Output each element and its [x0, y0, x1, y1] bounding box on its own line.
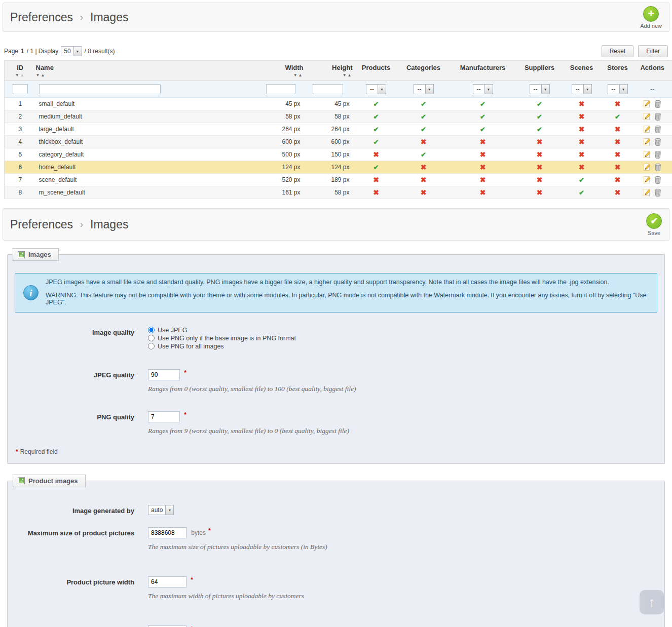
max-size-input[interactable]: [148, 527, 186, 538]
delete-trash-icon[interactable]: [654, 188, 661, 197]
edit-pencil-icon[interactable]: [643, 188, 651, 197]
chevron-down-icon: ▼: [378, 85, 386, 94]
delete-trash-icon[interactable]: [654, 125, 661, 133]
filter-input-width[interactable]: [266, 84, 295, 94]
filter-select-categories[interactable]: --▼: [414, 84, 434, 94]
max-size-label: Maximum size of product pictures: [15, 527, 134, 537]
use-png-all-label: Use PNG for all images: [158, 343, 224, 350]
disabled-cell: ✖: [603, 98, 633, 110]
yes-check-icon: ✔: [374, 164, 379, 171]
required-field-text: Required field: [20, 448, 58, 455]
breadcrumb-section[interactable]: Preferences: [10, 11, 73, 24]
edit-pencil-icon[interactable]: [643, 112, 651, 121]
filter-cell-actions: --: [633, 81, 672, 98]
picture-width-input[interactable]: [148, 576, 186, 587]
table-row[interactable]: 4thickbox_default600 px600 px✔✖✖✖✖✖: [5, 136, 672, 148]
filter-input-height[interactable]: [313, 84, 343, 94]
filter-select-stores[interactable]: --▼: [608, 84, 628, 94]
delete-trash-icon[interactable]: [654, 112, 661, 121]
edit-pencil-icon[interactable]: [643, 163, 651, 171]
filter-select-products[interactable]: --▼: [366, 84, 386, 94]
row-height: 58 px: [304, 186, 353, 199]
row-height: 150 px: [304, 148, 353, 161]
image-generated-by-select[interactable]: auto ▼: [148, 505, 174, 515]
delete-trash-icon[interactable]: [654, 176, 661, 184]
filter-cell-products: --▼: [353, 81, 400, 98]
filter-input-id[interactable]: [13, 84, 28, 94]
row-height: 264 px: [304, 123, 353, 136]
disabled-cell: ✖: [447, 174, 518, 186]
actions-cell: [633, 148, 672, 161]
edit-pencil-icon[interactable]: [643, 138, 651, 146]
radio-use-jpeg[interactable]: Use JPEG: [148, 327, 296, 334]
filter-button[interactable]: Filter: [638, 45, 668, 57]
yes-check-icon: ✔: [374, 126, 379, 133]
no-cross-icon: ✖: [537, 176, 543, 184]
row-width: 58 px: [258, 110, 304, 123]
png-quality-row: PNG quality * Ranges from 9 (worst quali…: [15, 411, 657, 435]
table-row[interactable]: 6home_default124 px124 px✔✖✖✖✖✖: [5, 161, 672, 174]
edit-pencil-icon[interactable]: [643, 150, 651, 159]
no-cross-icon: ✖: [615, 176, 621, 184]
required-asterisk: *: [191, 576, 193, 583]
actions-cell: [633, 161, 672, 174]
table-row[interactable]: 8m_scene_default161 px58 px✖✖✖✖✔✖: [5, 186, 672, 199]
use-png-all-radio[interactable]: [148, 343, 155, 349]
sort-arrows-icon[interactable]: ▼▲: [36, 73, 258, 77]
table-row[interactable]: 2medium_default58 px58 px✔✔✔✔✖✔: [5, 110, 672, 123]
no-cross-icon: ✖: [579, 150, 585, 159]
column-header-height: Height▼▲: [304, 61, 353, 81]
filter-select-manufacturers[interactable]: --▼: [473, 84, 493, 94]
images-panel-legend: Images: [13, 248, 59, 261]
breadcrumb-section[interactable]: Preferences: [10, 218, 73, 231]
display-count-value: 50: [61, 47, 73, 56]
filter-select-scenes[interactable]: --▼: [572, 84, 592, 94]
radio-use-png-all[interactable]: Use PNG for all images: [148, 343, 296, 350]
no-cross-icon: ✖: [537, 188, 543, 197]
filter-select-value: --: [414, 85, 425, 94]
images-preferences-page: Preferences › Images + Add new Page 1 / …: [0, 0, 672, 627]
sort-arrows-icon[interactable]: ▼▲: [304, 73, 353, 77]
check-circle-icon: ✔: [646, 213, 662, 229]
filter-input-name[interactable]: [39, 84, 161, 94]
no-cross-icon: ✖: [421, 176, 427, 184]
list-controls: Page 1 / 1 | Display 50 ▼ / 8 result(s) …: [4, 45, 668, 57]
delete-trash-icon[interactable]: [654, 163, 661, 171]
delete-trash-icon[interactable]: [654, 100, 661, 108]
image-quality-label: Image quality: [15, 327, 134, 336]
edit-pencil-icon[interactable]: [643, 125, 651, 133]
disabled-cell: ✖: [603, 186, 633, 199]
table-row[interactable]: 5category_default500 px150 px✖✔✖✖✖✖: [5, 148, 672, 161]
delete-trash-icon[interactable]: [654, 138, 661, 146]
no-cross-icon: ✖: [480, 188, 486, 197]
no-cross-icon: ✖: [421, 163, 427, 171]
disabled-cell: ✖: [518, 148, 561, 161]
edit-pencil-icon[interactable]: [643, 100, 651, 108]
scroll-to-top-button[interactable]: ↑: [640, 590, 664, 614]
row-name: small_default: [36, 98, 258, 110]
use-png-base-radio[interactable]: [148, 335, 155, 341]
enabled-cell: ✔: [603, 110, 633, 123]
edit-pencil-icon[interactable]: [643, 176, 651, 184]
sort-arrows-icon[interactable]: ▼▲: [5, 73, 36, 77]
delete-trash-icon[interactable]: [654, 150, 661, 159]
no-cross-icon: ✖: [579, 163, 585, 171]
breadcrumb: Preferences › Images: [10, 11, 128, 24]
table-row[interactable]: 7scene_default520 px189 px✖✖✖✖✔✖: [5, 174, 672, 186]
filter-select-suppliers[interactable]: --▼: [530, 84, 550, 94]
use-jpeg-radio[interactable]: [148, 327, 155, 333]
reset-button[interactable]: Reset: [602, 45, 633, 57]
save-button[interactable]: ✔ Save: [646, 213, 662, 236]
add-new-button[interactable]: + Add new: [640, 6, 662, 29]
png-quality-input[interactable]: [148, 411, 180, 422]
jpeg-quality-input[interactable]: [148, 369, 180, 380]
no-cross-icon: ✖: [615, 138, 621, 146]
display-count-select[interactable]: 50 ▼: [61, 46, 82, 56]
sort-arrows-icon[interactable]: ▼▲: [258, 73, 304, 77]
images-panel: Images i JPEG images have a small file s…: [7, 254, 665, 464]
column-label: Height: [304, 64, 353, 71]
table-row[interactable]: 3large_default264 px264 px✔✔✔✔✖✖: [5, 123, 672, 136]
table-row[interactable]: 1small_default45 px45 px✔✔✔✔✖✖: [5, 98, 672, 110]
product-images-legend-label: Product images: [28, 477, 78, 485]
radio-use-png-base[interactable]: Use PNG only if the base image is in PNG…: [148, 335, 296, 342]
